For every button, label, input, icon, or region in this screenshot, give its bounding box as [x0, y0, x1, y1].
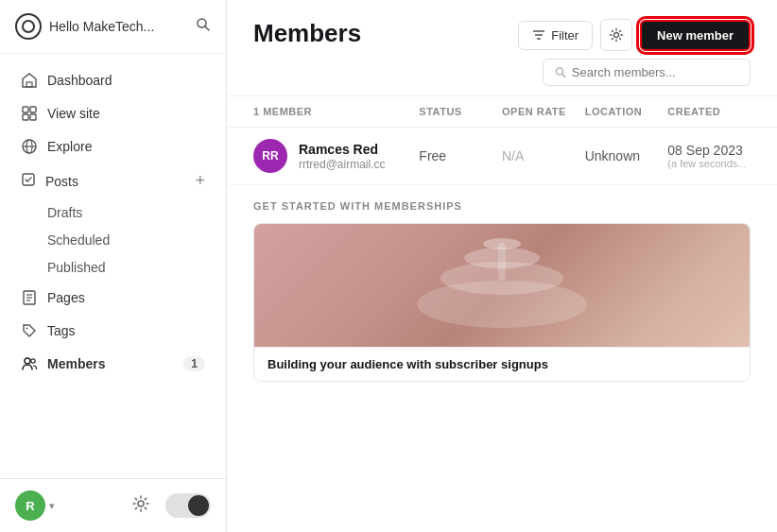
published-label: Published	[47, 260, 106, 275]
dark-mode-toggle[interactable]	[165, 493, 211, 518]
get-started-label: GET STARTED WITH MEMBERSHIPS	[253, 200, 751, 212]
sidebar-item-tags[interactable]: Tags	[6, 315, 220, 347]
svg-rect-3	[26, 82, 32, 87]
posts-section: Posts + Drafts Scheduled Published	[0, 163, 226, 281]
page-icon	[21, 289, 38, 306]
member-status: Free	[419, 148, 502, 163]
search-icon[interactable]	[196, 17, 211, 36]
card-image	[254, 224, 750, 347]
members-icon	[21, 355, 38, 372]
svg-point-17	[25, 358, 30, 364]
sidebar-item-dashboard-label: Dashboard	[47, 73, 112, 88]
svg-point-16	[26, 328, 28, 330]
members-table-container: 1 MEMBER STATUS OPEN RATE LOCATION CREAT…	[227, 96, 777, 532]
col-location: LOCATION	[585, 106, 668, 117]
avatar: R	[15, 490, 45, 521]
brand-name: Hello MakeTech...	[49, 19, 154, 34]
header-buttons: Filter New member	[518, 19, 751, 51]
main-content: Members Filter New member	[227, 0, 777, 532]
svg-line-2	[205, 26, 209, 30]
search-input[interactable]	[572, 65, 738, 79]
tag-icon	[21, 322, 38, 339]
sidebar: Hello MakeTech... Dashboard	[0, 0, 227, 532]
sidebar-item-pages-label: Pages	[47, 290, 85, 305]
sidebar-item-published[interactable]: Published	[6, 254, 220, 281]
add-post-icon[interactable]: +	[195, 171, 205, 191]
sidebar-item-scheduled[interactable]: Scheduled	[6, 227, 220, 253]
gear-icon	[609, 27, 624, 43]
get-started-card[interactable]: Building your audience with subscriber s…	[253, 223, 751, 382]
settings-button[interactable]	[600, 19, 632, 51]
sidebar-item-drafts[interactable]: Drafts	[6, 199, 220, 226]
brand-logo	[15, 13, 42, 40]
header-actions: Filter New member	[518, 19, 751, 86]
member-name: Ramces Red	[299, 142, 386, 157]
house-icon	[21, 72, 38, 89]
sidebar-item-view-site-label: View site	[47, 106, 100, 121]
card-footer: Building your audience with subscriber s…	[254, 347, 750, 381]
sidebar-item-explore[interactable]: Explore	[6, 130, 220, 163]
members-badge: 1	[183, 356, 205, 371]
sidebar-footer: R ▾	[0, 478, 226, 532]
sidebar-item-view-site[interactable]: View site	[6, 97, 220, 129]
posts-header-left: Posts	[21, 172, 78, 190]
member-created-date: 08 Sep 2023	[667, 143, 751, 158]
svg-point-0	[23, 21, 34, 32]
page-title: Members	[253, 19, 361, 48]
drafts-label: Drafts	[47, 205, 82, 220]
member-open-rate: N/A	[502, 148, 585, 163]
svg-rect-7	[30, 114, 36, 120]
check-icon	[21, 172, 36, 190]
member-location: Unknown	[585, 148, 668, 163]
search-box[interactable]	[543, 59, 751, 86]
table-row[interactable]: RR Ramces Red rrtred@airmail.cc Free N/A…	[227, 128, 777, 185]
col-member: 1 MEMBER	[253, 106, 419, 117]
sidebar-item-members[interactable]: Members 1	[6, 348, 220, 380]
col-created: CREATED	[667, 106, 751, 117]
member-cell: RR Ramces Red rrtred@airmail.cc	[253, 139, 419, 173]
card-image-decoration	[407, 233, 596, 337]
svg-rect-5	[30, 107, 36, 112]
filter-label: Filter	[551, 28, 578, 43]
sidebar-item-tags-label: Tags	[47, 323, 76, 338]
new-member-button[interactable]: New member	[640, 20, 751, 51]
sidebar-item-members-label: Members	[47, 356, 105, 371]
globe-icon	[21, 138, 38, 155]
toggle-circle	[188, 495, 209, 516]
posts-label: Posts	[45, 174, 78, 189]
svg-rect-4	[23, 107, 28, 112]
sidebar-item-posts[interactable]: Posts +	[6, 163, 220, 198]
main-header: Members Filter New member	[227, 0, 777, 96]
get-started-section: GET STARTED WITH MEMBERSHIPS Building yo…	[227, 185, 777, 397]
member-created-sub: (a few seconds...	[667, 158, 751, 169]
col-status: STATUS	[419, 106, 502, 117]
svg-rect-6	[23, 114, 28, 120]
user-profile[interactable]: R ▾	[15, 490, 55, 521]
col-open-rate: OPEN RATE	[502, 106, 585, 117]
search-icon	[555, 66, 566, 78]
card-footer-text: Building your audience with subscriber s…	[268, 357, 548, 371]
table-header: 1 MEMBER STATUS OPEN RATE LOCATION CREAT…	[227, 96, 777, 128]
member-created: 08 Sep 2023 (a few seconds...	[667, 143, 751, 169]
sidebar-header: Hello MakeTech...	[0, 0, 226, 54]
sidebar-item-dashboard[interactable]: Dashboard	[6, 64, 220, 96]
filter-icon	[532, 28, 545, 42]
svg-line-25	[562, 74, 565, 77]
sidebar-item-pages[interactable]: Pages	[6, 282, 220, 314]
svg-point-18	[31, 359, 35, 363]
grid-icon	[21, 105, 38, 122]
scheduled-label: Scheduled	[47, 232, 110, 248]
member-email: rrtred@airmail.cc	[299, 158, 386, 171]
member-info: Ramces Red rrtred@airmail.cc	[299, 142, 386, 171]
svg-point-19	[138, 501, 144, 506]
member-avatar: RR	[253, 139, 287, 173]
svg-point-23	[614, 33, 619, 38]
brand[interactable]: Hello MakeTech...	[15, 13, 154, 40]
filter-button[interactable]: Filter	[518, 21, 593, 50]
svg-rect-11	[23, 174, 34, 185]
chevron-down-icon: ▾	[49, 500, 55, 512]
settings-icon[interactable]	[131, 494, 150, 518]
sidebar-nav: Dashboard View site Explore	[0, 54, 226, 478]
sidebar-item-explore-label: Explore	[47, 139, 92, 154]
